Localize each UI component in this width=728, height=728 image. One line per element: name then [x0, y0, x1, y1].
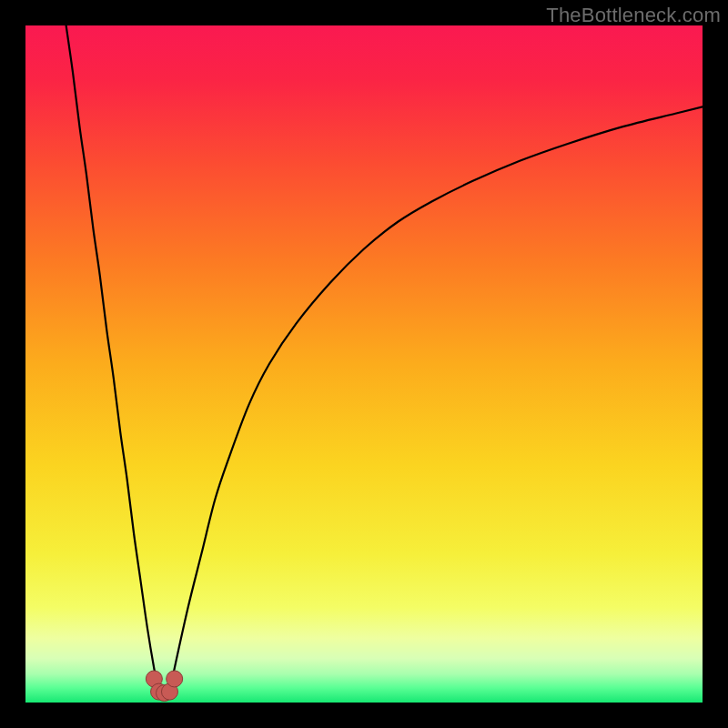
gradient-background	[25, 25, 703, 703]
chart-svg	[25, 25, 703, 703]
valley-marker	[167, 671, 183, 687]
chart-frame: TheBottleneck.com	[0, 0, 728, 728]
plot-area	[25, 25, 703, 703]
watermark-label: TheBottleneck.com	[546, 4, 721, 27]
